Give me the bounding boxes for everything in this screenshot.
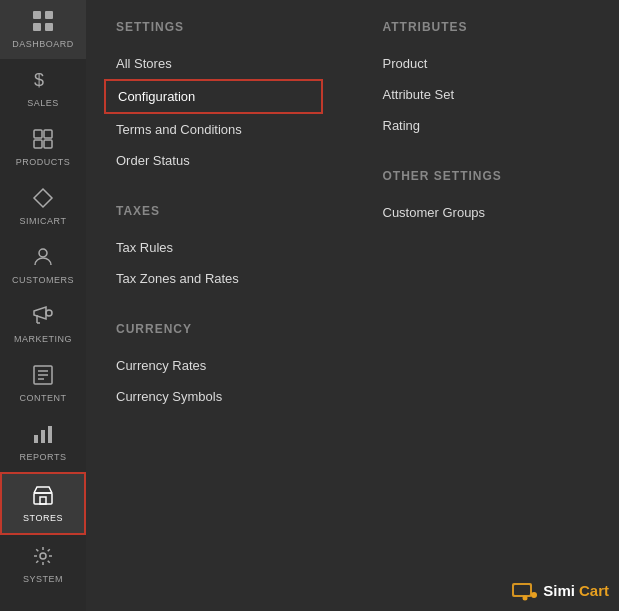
svg-point-25: [40, 553, 46, 559]
svg-rect-27: [514, 585, 530, 595]
stores-icon: [32, 484, 54, 509]
sidebar: DASHBOARD $ SALES PRODUCTS SIMICART: [0, 0, 86, 611]
right-column: Attributes Product Attribute Set Rating …: [383, 20, 590, 591]
sidebar-item-sales[interactable]: $ SALES: [0, 59, 86, 118]
logo-cart: Cart: [579, 582, 609, 599]
products-icon: [32, 128, 54, 153]
svg-rect-5: [34, 130, 42, 138]
sidebar-item-label: STORES: [23, 513, 63, 523]
sidebar-item-label: CONTENT: [20, 393, 67, 403]
left-column: Settings All Stores Configuration Terms …: [116, 20, 323, 591]
sidebar-item-system[interactable]: SYSTEM: [0, 535, 86, 594]
dashboard-icon: [32, 10, 54, 35]
sidebar-item-stores[interactable]: STORES: [0, 472, 86, 535]
system-icon: [32, 545, 54, 570]
settings-section: Settings All Stores Configuration Terms …: [116, 20, 323, 176]
sidebar-item-label: REPORTS: [20, 452, 67, 462]
svg-point-10: [39, 249, 47, 257]
simicart-logo: SimiCart: [511, 579, 609, 601]
product-link[interactable]: Product: [383, 48, 590, 79]
svg-rect-21: [48, 426, 52, 443]
sidebar-item-label: SYSTEM: [23, 574, 63, 584]
attributes-title: Attributes: [383, 20, 590, 34]
attribute-set-link[interactable]: Attribute Set: [383, 79, 590, 110]
svg-point-28: [531, 592, 537, 598]
other-settings-title: Other Settings: [383, 169, 590, 183]
simicart-logo-icon: [511, 579, 539, 601]
customers-icon: [32, 246, 54, 271]
simicart-icon: [32, 187, 54, 212]
terms-conditions-link[interactable]: Terms and Conditions: [116, 114, 323, 145]
svg-rect-1: [45, 11, 53, 19]
content-icon: [32, 364, 54, 389]
svg-rect-12: [46, 310, 52, 316]
svg-rect-0: [33, 11, 41, 19]
svg-rect-19: [34, 435, 38, 443]
configuration-link[interactable]: Configuration: [104, 79, 323, 114]
sidebar-item-label: CUSTOMERS: [12, 275, 74, 285]
sidebar-item-simicart[interactable]: SIMICART: [0, 177, 86, 236]
tax-rules-link[interactable]: Tax Rules: [116, 232, 323, 263]
sidebar-item-customers[interactable]: CUSTOMERS: [0, 236, 86, 295]
svg-rect-22: [34, 493, 52, 504]
sidebar-item-marketing[interactable]: MARKETING: [0, 295, 86, 354]
sidebar-item-label: SALES: [27, 98, 59, 108]
sidebar-item-label: DASHBOARD: [12, 39, 74, 49]
svg-rect-20: [41, 430, 45, 443]
currency-section: Currency Currency Rates Currency Symbols: [116, 322, 323, 412]
sidebar-item-label: SIMICART: [20, 216, 67, 226]
svg-rect-23: [40, 497, 46, 504]
svg-rect-6: [44, 130, 52, 138]
sidebar-item-dashboard[interactable]: DASHBOARD: [0, 0, 86, 59]
currency-title: Currency: [116, 322, 323, 336]
reports-icon: [32, 423, 54, 448]
svg-marker-11: [34, 307, 46, 319]
all-stores-link[interactable]: All Stores: [116, 48, 323, 79]
svg-rect-3: [45, 23, 53, 31]
sidebar-item-products[interactable]: PRODUCTS: [0, 118, 86, 177]
attributes-section: Attributes Product Attribute Set Rating: [383, 20, 590, 141]
sidebar-item-reports[interactable]: REPORTS: [0, 413, 86, 472]
tax-zones-link[interactable]: Tax Zones and Rates: [116, 263, 323, 294]
svg-rect-8: [44, 140, 52, 148]
order-status-link[interactable]: Order Status: [116, 145, 323, 176]
svg-rect-2: [33, 23, 41, 31]
currency-rates-link[interactable]: Currency Rates: [116, 350, 323, 381]
rating-link[interactable]: Rating: [383, 110, 590, 141]
logo-simi: Simi: [543, 582, 575, 599]
other-settings-section: Other Settings Customer Groups: [383, 169, 590, 228]
currency-symbols-link[interactable]: Currency Symbols: [116, 381, 323, 412]
sidebar-item-label: PRODUCTS: [16, 157, 71, 167]
main-content: Settings All Stores Configuration Terms …: [86, 0, 619, 611]
settings-title: Settings: [116, 20, 323, 34]
svg-text:$: $: [34, 70, 45, 90]
customer-groups-link[interactable]: Customer Groups: [383, 197, 590, 228]
taxes-title: Taxes: [116, 204, 323, 218]
svg-marker-9: [34, 189, 52, 207]
sidebar-item-label: MARKETING: [14, 334, 72, 344]
marketing-icon: [32, 305, 54, 330]
taxes-section: Taxes Tax Rules Tax Zones and Rates: [116, 204, 323, 294]
sales-icon: $: [32, 69, 54, 94]
sidebar-item-content[interactable]: CONTENT: [0, 354, 86, 413]
svg-point-29: [523, 596, 528, 601]
svg-rect-7: [34, 140, 42, 148]
